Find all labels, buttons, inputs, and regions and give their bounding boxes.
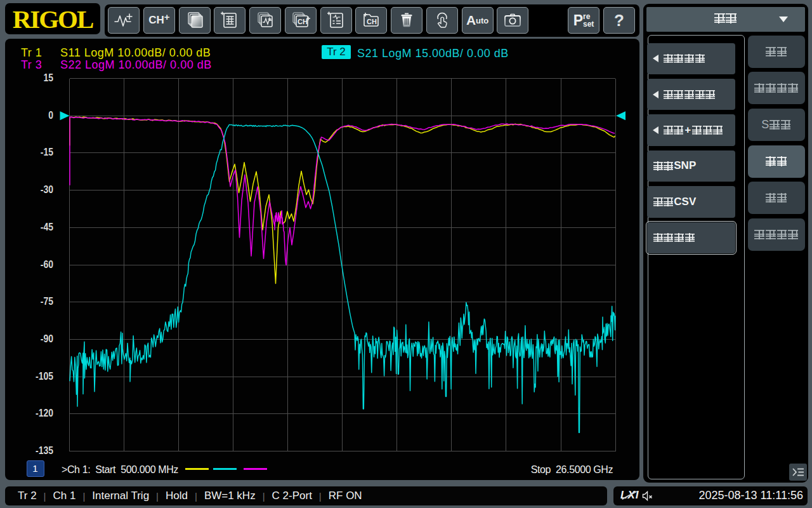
svg-text:CH: CH — [298, 18, 308, 25]
svg-text:CH: CH — [367, 18, 377, 25]
